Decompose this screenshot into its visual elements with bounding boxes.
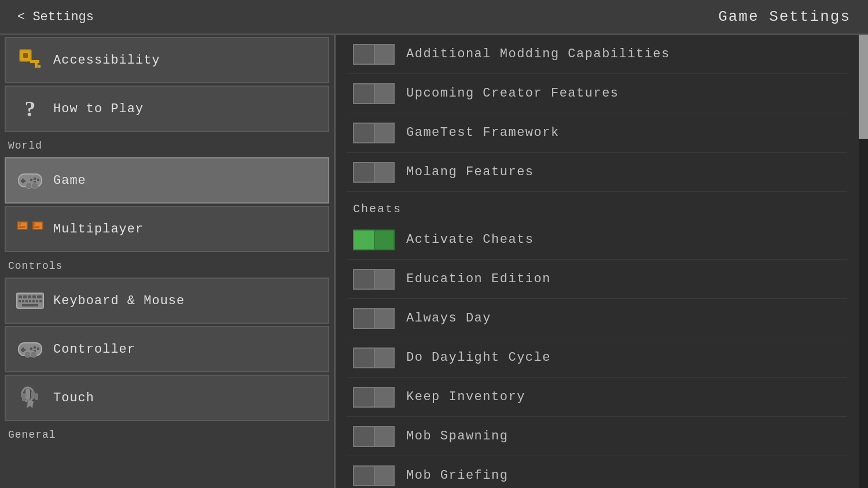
svg-rect-23	[28, 295, 31, 298]
svg-rect-15	[19, 223, 21, 225]
sidebar-item-controller[interactable]: Controller	[5, 326, 329, 372]
always-day-row: Always Day	[347, 299, 847, 338]
education-edition-row: Education Edition	[347, 260, 847, 299]
svg-rect-24	[32, 295, 36, 298]
toggle-right	[374, 83, 395, 104]
toggle-right	[374, 426, 395, 447]
sidebar-item-accessibility[interactable]: Accessibility	[5, 37, 329, 83]
sidebar-item-how-to-play[interactable]: ? How to Play	[5, 86, 329, 132]
toggle-left	[353, 44, 374, 65]
mob-griefing-toggle[interactable]	[353, 465, 395, 486]
molang-features-row: Molang Features	[347, 153, 847, 192]
toggle-left	[353, 426, 374, 447]
keep-inventory-label: Keep Inventory	[406, 390, 841, 404]
mob-spawning-toggle[interactable]	[353, 426, 395, 447]
svg-rect-38	[37, 347, 39, 350]
additional-modding-toggle[interactable]	[353, 44, 395, 65]
mob-spawning-row: Mob Spawning	[347, 417, 847, 456]
upcoming-creator-toggle[interactable]	[353, 83, 395, 104]
svg-rect-1	[23, 53, 28, 58]
svg-rect-40	[30, 347, 32, 350]
sidebar-item-multiplayer[interactable]: Multiplayer	[5, 206, 329, 252]
page-title: Game Settings	[718, 8, 851, 25]
keep-inventory-row: Keep Inventory	[347, 378, 847, 417]
touch-icon	[16, 384, 44, 412]
toggle-left	[353, 162, 374, 183]
activate-cheats-toggle[interactable]	[353, 230, 395, 250]
toggle-right	[374, 347, 395, 368]
main-layout: Accessibility ? How to Play World	[0, 35, 868, 488]
upcoming-creator-label: Upcoming Creator Features	[406, 86, 841, 101]
toggle-right	[374, 44, 395, 65]
svg-rect-3	[35, 63, 38, 68]
touch-label: Touch	[53, 391, 94, 405]
activate-cheats-label: Activate Cheats	[406, 232, 841, 247]
additional-modding-label: Additional Modding Capabilities	[406, 47, 841, 61]
svg-rect-11	[30, 179, 32, 181]
svg-rect-30	[32, 300, 35, 302]
svg-point-42	[30, 352, 37, 357]
svg-rect-2	[30, 60, 39, 63]
sidebar-item-game[interactable]: Game	[5, 157, 329, 204]
mob-spawning-label: Mob Spawning	[406, 429, 841, 443]
toggle-right	[374, 387, 395, 408]
toggle-right	[374, 465, 395, 486]
education-edition-label: Education Edition	[406, 272, 841, 286]
controller-icon	[16, 335, 44, 363]
mob-griefing-label: Mob Griefing	[406, 468, 841, 483]
svg-rect-21	[19, 295, 22, 298]
controller-label: Controller	[53, 342, 135, 357]
always-day-label: Always Day	[406, 311, 841, 326]
content-scrollbar[interactable]	[859, 35, 868, 488]
svg-rect-36	[21, 349, 25, 351]
svg-rect-16	[19, 226, 25, 228]
question-icon: ?	[16, 95, 44, 123]
activate-cheats-row: Activate Cheats	[347, 220, 847, 260]
multiplayer-icon	[16, 215, 44, 243]
toggle-right	[374, 162, 395, 183]
svg-rect-26	[19, 300, 21, 302]
content-area: Additional Modding Capabilities Upcoming…	[336, 35, 859, 488]
svg-rect-44	[25, 389, 30, 400]
accessibility-label: Accessibility	[53, 53, 160, 68]
toggle-right	[374, 230, 395, 250]
keyboard-icon	[16, 287, 44, 315]
svg-rect-28	[25, 300, 28, 302]
toggle-left	[353, 465, 374, 486]
sidebar-item-touch[interactable]: Touch	[5, 375, 329, 421]
always-day-toggle[interactable]	[353, 308, 395, 329]
svg-rect-47	[22, 393, 25, 401]
toggle-right	[374, 308, 395, 329]
molang-label: Molang Features	[406, 165, 841, 179]
general-section-label: General	[0, 423, 334, 444]
molang-toggle[interactable]	[353, 162, 395, 183]
toggle-left	[353, 123, 374, 143]
toggle-left	[353, 387, 374, 408]
sidebar: Accessibility ? How to Play World	[0, 35, 336, 488]
gamepad-icon	[16, 167, 44, 194]
do-daylight-row: Do Daylight Cycle	[347, 338, 847, 378]
gametest-toggle[interactable]	[353, 123, 395, 143]
svg-rect-27	[22, 300, 24, 302]
toggle-left	[353, 308, 374, 329]
do-daylight-toggle[interactable]	[353, 347, 395, 368]
cheats-section-label: Cheats	[347, 192, 847, 220]
svg-point-13	[31, 183, 38, 188]
svg-rect-37	[34, 346, 36, 349]
toggle-left	[353, 230, 374, 250]
svg-rect-7	[21, 180, 25, 182]
gametest-label: GameTest Framework	[406, 125, 841, 140]
keep-inventory-toggle[interactable]	[353, 387, 395, 408]
sidebar-item-keyboard-mouse[interactable]: Keyboard & Mouse	[5, 278, 329, 324]
key-icon	[16, 46, 44, 74]
svg-rect-29	[29, 300, 31, 302]
upcoming-creator-row: Upcoming Creator Features	[347, 74, 847, 113]
svg-rect-32	[39, 300, 42, 302]
svg-rect-18	[33, 223, 35, 225]
back-button[interactable]: < Settings	[17, 10, 94, 24]
svg-rect-45	[31, 391, 35, 399]
education-toggle[interactable]	[353, 269, 395, 290]
keyboard-mouse-label: Keyboard & Mouse	[53, 294, 185, 308]
scrollbar-thumb[interactable]	[859, 35, 868, 139]
mob-griefing-row: Mob Griefing	[347, 456, 847, 488]
